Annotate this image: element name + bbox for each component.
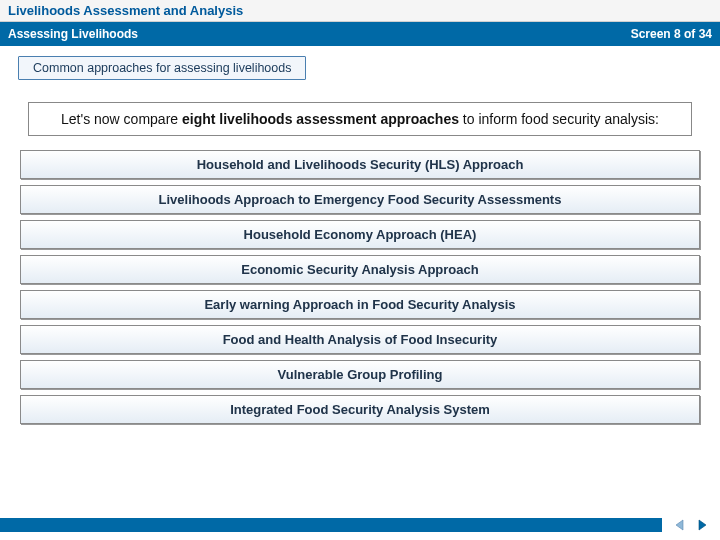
arrow-left-icon [673,518,687,532]
approach-item[interactable]: Economic Security Analysis Approach [20,255,700,284]
svg-marker-1 [699,520,706,530]
nav-buttons [672,510,720,540]
approach-item[interactable]: Livelihoods Approach to Emergency Food S… [20,185,700,214]
intro-suffix: to inform food security analysis: [459,111,659,127]
approach-item[interactable]: Food and Health Analysis of Food Insecur… [20,325,700,354]
intro-bold: eight livelihoods assessment approaches [182,111,459,127]
approach-item[interactable]: Household and Livelihoods Security (HLS)… [20,150,700,179]
footer-bar [0,518,662,532]
approach-item[interactable]: Early warning Approach in Food Security … [20,290,700,319]
approach-list: Household and Livelihoods Security (HLS)… [20,150,700,424]
screen-counter: Screen 8 of 34 [631,27,712,41]
prev-button[interactable] [672,517,688,533]
intro-text: Let's now compare eight livelihoods asse… [28,102,692,136]
next-button[interactable] [694,517,710,533]
arrow-right-icon [695,518,709,532]
course-title: Livelihoods Assessment and Analysis [0,0,720,22]
intro-prefix: Let's now compare [61,111,182,127]
approach-item[interactable]: Integrated Food Security Analysis System [20,395,700,424]
header-bar: Assessing Livelihoods Screen 8 of 34 [0,22,720,46]
approach-item[interactable]: Household Economy Approach (HEA) [20,220,700,249]
approach-item[interactable]: Vulnerable Group Profiling [20,360,700,389]
module-subtitle: Assessing Livelihoods [8,27,138,41]
svg-marker-0 [676,520,683,530]
section-chip: Common approaches for assessing liveliho… [18,56,306,80]
footer [0,510,720,540]
